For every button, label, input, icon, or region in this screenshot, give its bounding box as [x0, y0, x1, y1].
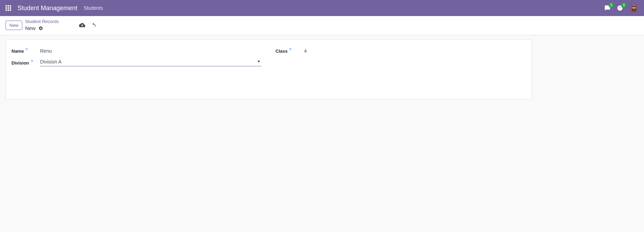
division-select[interactable]: Division A: [40, 59, 262, 66]
form-row-class: Class ? 4: [276, 47, 526, 54]
division-label: Division ?: [11, 59, 40, 66]
gear-icon[interactable]: [38, 26, 43, 31]
class-label-text: Class: [276, 49, 288, 54]
breadcrumb-parent[interactable]: Student Records: [25, 19, 59, 25]
name-field[interactable]: Renu: [40, 48, 262, 54]
form-column-left: Name ? Renu Division ? Division A: [11, 47, 262, 71]
form-row-division: Division ? Division A: [11, 59, 262, 66]
form-row-name: Name ? Renu: [11, 47, 262, 54]
name-help-icon[interactable]: ?: [25, 47, 28, 52]
messages-badge: 5: [608, 3, 614, 8]
chevron-down-icon: [257, 61, 260, 62]
messaging-icon[interactable]: 5: [604, 5, 611, 11]
new-button[interactable]: New: [6, 21, 22, 30]
form-sheet: Name ? Renu Division ? Division A: [6, 39, 532, 99]
division-value: Division A: [40, 59, 61, 65]
discard-icon[interactable]: [91, 22, 96, 28]
svg-rect-2: [632, 9, 636, 12]
user-avatar[interactable]: [629, 3, 638, 13]
breadcrumb: Student Records New: [25, 19, 59, 31]
class-label: Class ?: [276, 47, 304, 54]
control-panel: New Student Records New: [0, 16, 644, 35]
class-help-icon[interactable]: ?: [289, 47, 291, 52]
navbar-right: 5 8: [604, 3, 638, 13]
app-title[interactable]: Student Management: [17, 5, 77, 12]
breadcrumb-current: New: [25, 25, 36, 32]
navbar-left: Student Management Students: [6, 5, 103, 12]
division-label-text: Division: [11, 60, 29, 66]
division-help-icon[interactable]: ?: [31, 59, 33, 63]
name-label-text: Name: [11, 49, 24, 54]
breadcrumb-current-row: New: [25, 25, 59, 32]
control-panel-actions: [79, 22, 96, 28]
apps-icon[interactable]: [6, 5, 11, 11]
menu-students[interactable]: Students: [84, 5, 103, 11]
class-field[interactable]: 4: [304, 48, 526, 54]
form-columns: Name ? Renu Division ? Division A: [11, 47, 526, 71]
activities-badge: 8: [621, 3, 627, 8]
main-navbar: Student Management Students 5 8: [0, 0, 644, 16]
name-label: Name ?: [11, 47, 40, 54]
form-column-right: Class ? 4: [276, 47, 526, 71]
save-cloud-icon[interactable]: [79, 22, 85, 28]
activities-icon[interactable]: 8: [617, 5, 623, 11]
form-wrap: Name ? Renu Division ? Division A: [0, 35, 644, 103]
